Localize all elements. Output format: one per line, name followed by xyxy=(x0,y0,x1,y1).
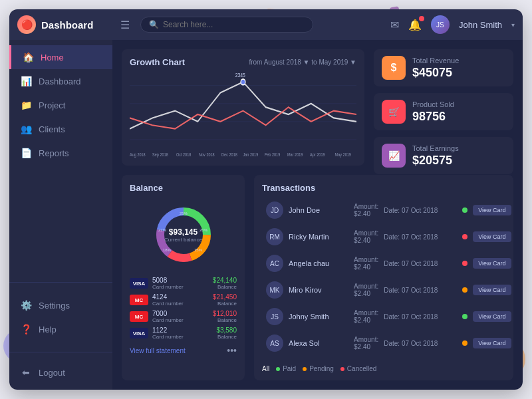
txn-name: Miro Kirov xyxy=(289,286,348,294)
txn-date: Date: 07 Oct 2018 xyxy=(384,313,457,321)
brand-icon: 🔴 xyxy=(17,15,36,34)
sidebar-item-home[interactable]: 🏠 Home xyxy=(9,45,112,69)
stat-card-sold: 🛒 Product Sold 98756 xyxy=(374,93,513,130)
transactions-legend: Paid Pending Cancelled xyxy=(276,365,376,372)
sidebar-item-dashboard[interactable]: 📊 Dashboard xyxy=(9,69,112,93)
transactions-header: Transactions xyxy=(262,183,505,193)
content: Growth Chart from August 2018 ▼ to May 2… xyxy=(112,40,523,390)
txn-date: Date: 07 Oct 2018 xyxy=(384,287,457,294)
top-row: Growth Chart from August 2018 ▼ to May 2… xyxy=(122,49,513,166)
card-info-3: 1122 Card number xyxy=(152,327,212,340)
cart-icon: 🛒 xyxy=(388,106,400,117)
txn-view-button[interactable]: View Card xyxy=(473,258,511,269)
txn-status-dot xyxy=(462,207,467,213)
view-statement-link[interactable]: View full statement xyxy=(130,347,186,354)
svg-text:May 2019: May 2019 xyxy=(335,152,352,158)
chart-title: Growth Chart xyxy=(130,57,185,67)
txn-date: Date: 07 Oct 2018 xyxy=(384,340,457,347)
main-layout: 🏠 Home 📊 Dashboard 📁 Project 👥 Clients 📄 xyxy=(9,40,523,390)
transactions-list: JD John Doe Amount: $2.40 Date: 07 Oct 2… xyxy=(262,198,505,360)
earnings-icon-wrap: 📈 xyxy=(382,144,406,168)
sidebar-label-reports: Reports xyxy=(39,148,69,158)
sidebar-label-settings: Settings xyxy=(39,301,70,311)
sidebar-item-logout[interactable]: ⬅ Logout xyxy=(9,360,112,384)
transactions-footer: All Paid Pending xyxy=(262,365,505,372)
card-brand-mc-1: MC xyxy=(130,295,148,305)
logout-icon: ⬅ xyxy=(20,367,32,378)
app-wrapper: 🔴 Dashboard ☰ 🔍 ✉ 🔔 JS John Smith ▾ xyxy=(9,9,523,390)
search-icon: 🔍 xyxy=(149,20,159,29)
hamburger-icon[interactable]: ☰ xyxy=(120,19,130,31)
card-row-1: MC 4124 Card number $21,450 Balance xyxy=(130,293,237,307)
bottom-row: Balance 25% xyxy=(122,175,513,380)
txn-amount: Amount: $2.40 xyxy=(354,336,378,350)
mail-icon[interactable]: ✉ xyxy=(390,19,399,31)
txn-name: John Doe xyxy=(289,206,348,214)
revenue-icon-wrap: $ xyxy=(382,56,406,80)
txn-avatar: JD xyxy=(266,201,283,219)
txn-status-dot xyxy=(462,261,467,266)
txn-status-dot xyxy=(462,340,467,346)
txn-view-button[interactable]: View Card xyxy=(473,231,511,242)
svg-text:15%: 15% xyxy=(194,248,202,252)
card-number-0: 5008 xyxy=(152,277,209,284)
earnings-value: $20575 xyxy=(412,154,505,168)
transaction-row: JS Johny Smith Amount: $2.40 Date: 07 Oc… xyxy=(262,305,505,329)
dashboard-icon: 📊 xyxy=(20,76,32,86)
txn-name: Ricky Martin xyxy=(289,233,348,241)
card-info-1: 4124 Card number xyxy=(152,293,209,307)
more-options-icon[interactable]: ••• xyxy=(227,345,237,356)
chart-card: Growth Chart from August 2018 ▼ to May 2… xyxy=(122,49,364,166)
sidebar-item-project[interactable]: 📁 Project xyxy=(9,93,112,117)
sidebar-item-help[interactable]: ❓ Help xyxy=(9,317,112,341)
txn-view-button[interactable]: View Card xyxy=(473,311,511,322)
clients-icon: 👥 xyxy=(20,124,32,134)
user-name[interactable]: John Smith xyxy=(459,20,502,30)
sidebar-label-clients: Clients xyxy=(39,124,65,134)
sidebar-item-reports[interactable]: 📄 Reports xyxy=(9,141,112,165)
chevron-down-icon: ▾ xyxy=(511,21,515,29)
transactions-title: Transactions xyxy=(262,183,315,193)
txn-amount: Amount: $2.40 xyxy=(354,203,378,217)
transaction-row: AC Angela chau Amount: $2.40 Date: 07 Oc… xyxy=(262,251,505,275)
filter-all[interactable]: All xyxy=(262,365,269,372)
notification-icon[interactable]: 🔔 xyxy=(408,19,422,31)
sidebar-item-settings[interactable]: ⚙️ Settings xyxy=(9,293,112,317)
txn-status-dot xyxy=(462,314,467,319)
txn-view-button[interactable]: View Card xyxy=(473,338,511,348)
sidebar-nav: 🏠 Home 📊 Dashboard 📁 Project 👥 Clients 📄 xyxy=(9,45,112,277)
sidebar-item-clients[interactable]: 👥 Clients xyxy=(9,117,112,141)
legend-pending: Pending xyxy=(303,365,334,372)
navbar-right: ✉ 🔔 JS John Smith ▾ xyxy=(390,15,515,34)
txn-amount: Amount: $2.40 xyxy=(354,229,378,244)
txn-date: Date: 07 Oct 2018 xyxy=(384,207,457,214)
sidebar-label-home: Home xyxy=(41,53,64,63)
balance-label: Current balance xyxy=(164,237,202,243)
reports-icon: 📄 xyxy=(20,148,32,158)
svg-text:Dec 2018: Dec 2018 xyxy=(221,152,237,157)
balance-card: Balance 25% xyxy=(122,175,245,380)
navbar: 🔴 Dashboard ☰ 🔍 ✉ 🔔 JS John Smith ▾ xyxy=(9,9,523,40)
stat-card-revenue: $ Total Revenue $45075 xyxy=(374,49,513,86)
txn-view-button[interactable]: View Card xyxy=(473,205,511,215)
svg-text:Feb 2019: Feb 2019 xyxy=(265,152,281,157)
chart-svg: 2345 A xyxy=(130,71,356,158)
txn-avatar: AC xyxy=(266,255,283,272)
settings-icon: ⚙️ xyxy=(20,300,32,311)
svg-text:2345: 2345 xyxy=(235,72,245,78)
earnings-label: Total Earnings xyxy=(412,144,505,152)
svg-text:Aug 2018: Aug 2018 xyxy=(130,152,146,158)
txn-name: Angela chau xyxy=(289,259,348,267)
chart-date-range: from August 2018 ▼ to May 2019 ▼ xyxy=(249,59,356,66)
donut-center-text: $93,145 Current balance xyxy=(164,227,202,243)
paid-dot xyxy=(276,367,280,371)
chart-area: 2345 A xyxy=(130,71,356,158)
transaction-row: RM Ricky Martin Amount: $2.40 Date: 07 O… xyxy=(262,225,505,249)
card-balance-0: $24,140 Balance xyxy=(213,277,237,290)
sold-value: 98756 xyxy=(412,110,505,124)
balance-amount: $93,145 xyxy=(164,227,202,237)
search-input[interactable] xyxy=(163,20,305,29)
txn-view-button[interactable]: View Card xyxy=(473,285,511,295)
sidebar-label-project: Project xyxy=(39,100,65,110)
transactions-card: Transactions JD John Doe Amount: $2.40 D… xyxy=(254,175,513,380)
